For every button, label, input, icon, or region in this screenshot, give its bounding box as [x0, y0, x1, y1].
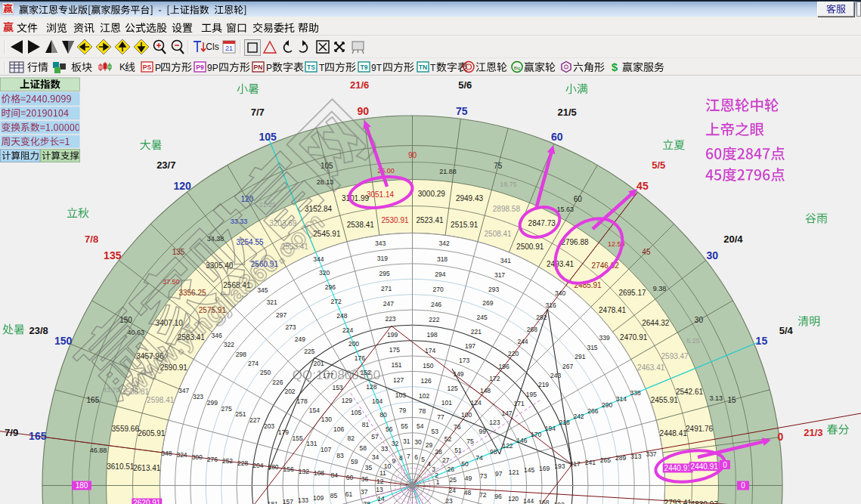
svg-text:51: 51	[454, 447, 462, 454]
svg-text:97: 97	[495, 470, 503, 478]
svg-text:251: 251	[235, 410, 246, 418]
svg-text:198: 198	[427, 331, 438, 339]
svg-text:337: 337	[646, 450, 656, 458]
svg-text:193: 193	[554, 462, 565, 470]
svg-text:170: 170	[531, 431, 541, 438]
svg-text:316: 316	[546, 301, 556, 309]
svg-text:317: 317	[494, 271, 505, 279]
svg-text:224: 224	[342, 326, 353, 334]
svg-text:275: 275	[221, 405, 232, 413]
svg-text:154: 154	[309, 407, 320, 414]
svg-text:49: 49	[465, 475, 472, 482]
svg-text:321: 321	[267, 298, 277, 306]
svg-text:268: 268	[527, 326, 537, 333]
svg-text:P9: P9	[196, 63, 204, 71]
svg-text:23: 23	[445, 497, 453, 504]
svg-text:36: 36	[361, 475, 369, 483]
svg-text:2793.41: 2793.41	[664, 499, 692, 504]
svg-text:2605.91: 2605.91	[138, 429, 166, 438]
svg-text:35: 35	[365, 464, 373, 472]
svg-text:2593.47: 2593.47	[661, 352, 689, 360]
svg-text:165: 165	[87, 396, 100, 404]
svg-text:T: T	[430, 63, 436, 73]
svg-text:60: 60	[346, 474, 354, 481]
svg-text:146: 146	[516, 437, 527, 444]
svg-text:144: 144	[523, 497, 534, 504]
svg-text:120: 120	[173, 180, 191, 192]
svg-text:23/8: 23/8	[29, 325, 48, 336]
svg-text:58: 58	[360, 444, 367, 452]
svg-text:300: 300	[192, 453, 203, 461]
svg-text:2455.91: 2455.91	[651, 396, 679, 404]
svg-text:23/7: 23/7	[156, 159, 175, 171]
svg-text:289: 289	[615, 454, 626, 462]
svg-text:0: 0	[741, 481, 745, 490]
svg-text:90: 90	[357, 105, 369, 117]
svg-text:128: 128	[366, 383, 376, 391]
svg-text:270: 270	[433, 286, 444, 293]
svg-text:2538.41: 2538.41	[347, 221, 375, 229]
svg-text:2448.41: 2448.41	[660, 429, 688, 438]
svg-text:90: 90	[408, 151, 417, 159]
svg-text:220: 220	[508, 350, 519, 357]
svg-text:218: 218	[559, 419, 570, 426]
svg-text:2478.41: 2478.41	[599, 306, 627, 314]
svg-text:348: 348	[161, 450, 172, 457]
svg-text:121: 121	[509, 468, 519, 476]
svg-text:194: 194	[545, 425, 556, 432]
svg-text:223: 223	[385, 315, 395, 323]
svg-text:175: 175	[389, 346, 400, 354]
svg-text:217: 217	[570, 460, 581, 468]
svg-text:72: 72	[479, 491, 487, 499]
svg-text:132: 132	[299, 468, 309, 475]
svg-text:30: 30	[706, 249, 718, 261]
svg-text:60: 60	[574, 195, 583, 203]
svg-text:250: 250	[260, 369, 271, 376]
svg-text:74: 74	[475, 454, 483, 462]
svg-text:80: 80	[379, 411, 387, 419]
svg-text:195: 195	[526, 391, 537, 398]
svg-text:2470.91: 2470.91	[620, 333, 648, 342]
svg-text:246: 246	[431, 301, 441, 308]
svg-text:60: 60	[551, 131, 563, 143]
svg-text:196: 196	[499, 363, 509, 370]
svg-text:78: 78	[419, 407, 426, 415]
svg-text:11: 11	[379, 469, 386, 477]
svg-text:82: 82	[347, 434, 355, 442]
svg-text:46.88: 46.88	[90, 447, 107, 454]
svg-text:6: 6	[414, 453, 418, 461]
svg-text:37: 37	[361, 488, 368, 496]
svg-text:245: 245	[477, 314, 488, 321]
svg-text:339: 339	[599, 334, 610, 342]
svg-text:53: 53	[432, 428, 439, 435]
svg-text:2898.58: 2898.58	[493, 205, 521, 213]
svg-text:PN: PN	[254, 63, 263, 71]
svg-text:180: 180	[268, 463, 278, 471]
svg-text:9: 9	[392, 457, 395, 465]
svg-text:27: 27	[442, 456, 450, 464]
svg-text:343: 343	[375, 240, 386, 247]
svg-text:30: 30	[695, 316, 704, 324]
svg-text:54: 54	[417, 422, 424, 430]
svg-text:3051.14: 3051.14	[367, 190, 395, 199]
svg-text:0: 0	[777, 431, 783, 443]
svg-text:227: 227	[249, 416, 260, 424]
svg-text:P: P	[155, 63, 161, 73]
svg-text:QQ:100800360: QQ:100800360	[293, 368, 380, 382]
svg-text:323: 323	[193, 393, 203, 400]
svg-text:75: 75	[494, 162, 503, 170]
svg-text:202: 202	[284, 388, 295, 395]
svg-text:61: 61	[345, 490, 353, 498]
svg-text:295: 295	[379, 270, 390, 277]
svg-text:98: 98	[490, 448, 497, 456]
svg-text:31: 31	[403, 438, 410, 445]
svg-text:2542.61: 2542.61	[676, 388, 704, 396]
svg-text:$: $	[612, 60, 618, 73]
svg-text:2493.41: 2493.41	[547, 260, 575, 268]
svg-text:21/5: 21/5	[558, 107, 577, 118]
svg-text:219: 219	[538, 381, 549, 388]
svg-text:76: 76	[454, 423, 461, 431]
svg-text:225: 225	[304, 348, 314, 355]
svg-text:96: 96	[494, 493, 502, 500]
svg-text:247: 247	[383, 300, 394, 308]
